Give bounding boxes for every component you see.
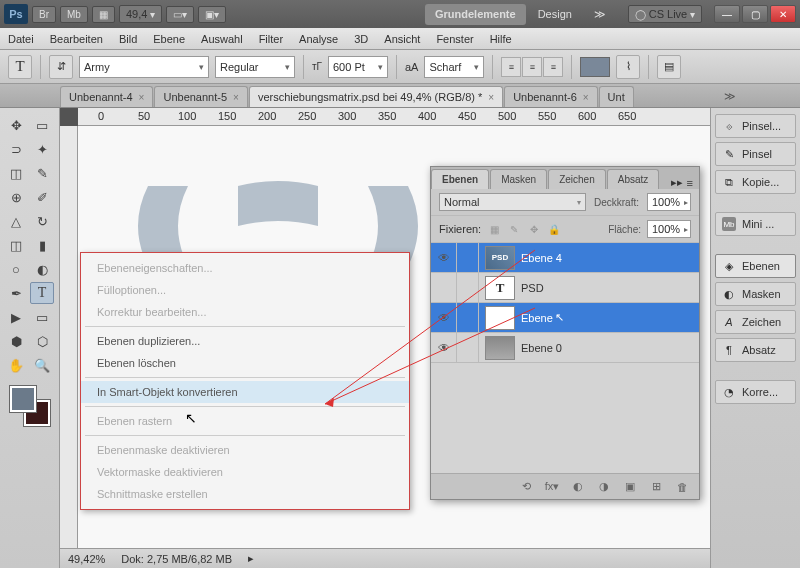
lock-pixels-icon[interactable]: ✎ (507, 222, 521, 236)
pen-tool[interactable]: ✒ (4, 282, 28, 304)
doc-tab-unbenannt-4[interactable]: Unbenannt-4× (60, 86, 153, 107)
font-family-select[interactable]: Army (79, 56, 209, 78)
font-style-select[interactable]: Regular (215, 56, 295, 78)
menu-filter[interactable]: Filter (259, 33, 283, 45)
marquee-tool[interactable]: ▭ (30, 114, 54, 136)
lock-transparency-icon[interactable]: ▦ (487, 222, 501, 236)
status-zoom[interactable]: 49,42% (68, 553, 105, 565)
blur-tool[interactable]: ○ (4, 258, 28, 280)
screen-mode-button[interactable]: ▣▾ (198, 6, 226, 23)
brush-tool[interactable]: ✐ (30, 186, 54, 208)
warp-text-button[interactable]: ⌇ (616, 55, 640, 79)
layer-row[interactable]: 👁 Ebene ↖ (431, 303, 699, 333)
menu-bearbeiten[interactable]: Bearbeiten (50, 33, 103, 45)
ctx-ebenen-duplizieren[interactable]: Ebenen duplizieren... (81, 330, 409, 352)
view-extras-button[interactable]: ▦ (92, 6, 115, 23)
close-button[interactable]: ✕ (770, 5, 796, 23)
panel-kopie[interactable]: ⧉Kopie... (715, 170, 796, 194)
layer-style-icon[interactable]: fx▾ (543, 478, 561, 496)
align-left-button[interactable]: ≡ (501, 57, 521, 77)
layer-name[interactable]: Ebene 4 (521, 252, 562, 264)
shape-tool[interactable]: ▭ (30, 306, 54, 328)
stamp-tool[interactable]: △ (4, 210, 28, 232)
ctx-schnittmaske-erstellen[interactable]: Schnittmaske erstellen (81, 483, 409, 505)
3d-tool[interactable]: ⬢ (4, 330, 28, 352)
ctx-vektormaske-deaktivieren[interactable]: Vektormaske deaktivieren (81, 461, 409, 483)
align-right-button[interactable]: ≡ (543, 57, 563, 77)
opacity-input[interactable]: 100% (647, 193, 691, 211)
menu-ansicht[interactable]: Ansicht (384, 33, 420, 45)
visibility-icon[interactable]: 👁 (438, 311, 450, 325)
tab-ebenen[interactable]: Ebenen (431, 169, 489, 189)
wand-tool[interactable]: ✦ (30, 138, 54, 160)
close-icon[interactable]: × (488, 92, 494, 103)
ctx-ebenenmaske-deaktivieren[interactable]: Ebenenmaske deaktivieren (81, 439, 409, 461)
arrange-button[interactable]: ▭▾ (166, 6, 194, 23)
font-size-select[interactable]: 600 Pt (328, 56, 388, 78)
cslive-button[interactable]: ◯ CS Live ▾ (628, 5, 702, 23)
menu-3d[interactable]: 3D (354, 33, 368, 45)
layer-thumbnail[interactable]: T (485, 276, 515, 300)
fill-input[interactable]: 100% (647, 220, 691, 238)
ruler-horizontal[interactable]: 050100150200250300350400450500550600650 (78, 108, 800, 126)
panel-korrekturen[interactable]: ◔Korre... (715, 380, 796, 404)
panel-zeichen[interactable]: AZeichen (715, 310, 796, 334)
character-panel-button[interactable]: ▤ (657, 55, 681, 79)
workspace-more[interactable]: ≫ (584, 4, 616, 25)
panel-pinsel[interactable]: ✎Pinsel (715, 142, 796, 166)
close-icon[interactable]: × (233, 92, 239, 103)
eyedropper-tool[interactable]: ✎ (30, 162, 54, 184)
delete-layer-icon[interactable]: 🗑 (673, 478, 691, 496)
heal-tool[interactable]: ⊕ (4, 186, 28, 208)
close-icon[interactable]: × (139, 92, 145, 103)
doc-tab-overflow[interactable]: Unt (599, 86, 634, 107)
layer-name[interactable]: Ebene 0 (521, 342, 562, 354)
dodge-tool[interactable]: ◐ (30, 258, 54, 280)
menu-auswahl[interactable]: Auswahl (201, 33, 243, 45)
crop-tool[interactable]: ◫ (4, 162, 28, 184)
panel-absatz[interactable]: ¶Absatz (715, 338, 796, 362)
path-select-tool[interactable]: ▶ (4, 306, 28, 328)
doc-tab-active[interactable]: verschiebungsmatrix.psd bei 49,4% (RGB/8… (249, 86, 503, 107)
minibridge-button[interactable]: Mb (60, 6, 88, 23)
layer-thumbnail[interactable] (485, 336, 515, 360)
layer-row[interactable]: 👁 PSD Ebene 4 (431, 243, 699, 273)
panel-ebenen[interactable]: ◈Ebenen (715, 254, 796, 278)
new-layer-icon[interactable]: ⊞ (647, 478, 665, 496)
new-group-icon[interactable]: ▣ (621, 478, 639, 496)
move-tool[interactable]: ✥ (4, 114, 28, 136)
layer-name[interactable]: Ebene (521, 312, 553, 324)
menu-bild[interactable]: Bild (119, 33, 137, 45)
menu-datei[interactable]: Datei (8, 33, 34, 45)
layer-row[interactable]: T PSD (431, 273, 699, 303)
eraser-tool[interactable]: ◫ (4, 234, 28, 256)
ctx-fuelloptionen[interactable]: Fülloptionen... (81, 279, 409, 301)
lasso-tool[interactable]: ⊃ (4, 138, 28, 160)
status-doc-size[interactable]: Dok: 2,75 MB/6,82 MB (121, 553, 232, 565)
ctx-korrektur-bearbeiten[interactable]: Korrektur bearbeiten... (81, 301, 409, 323)
ctx-ebeneneigenschaften[interactable]: Ebeneneigenschaften... (81, 257, 409, 279)
workspace-design[interactable]: Design (528, 4, 582, 25)
doc-tab-unbenannt-5[interactable]: Unbenannt-5× (154, 86, 247, 107)
tab-masken[interactable]: Masken (490, 169, 547, 189)
workspace-grundelemente[interactable]: Grundelemente (425, 4, 526, 25)
close-icon[interactable]: × (583, 92, 589, 103)
panel-minibridge[interactable]: MbMini ... (715, 212, 796, 236)
hand-tool[interactable]: ✋ (4, 354, 28, 376)
layer-thumbnail[interactable] (485, 306, 515, 330)
status-more-icon[interactable]: ▸ (248, 552, 254, 565)
lock-position-icon[interactable]: ✥ (527, 222, 541, 236)
zoom-tool[interactable]: 🔍 (30, 354, 54, 376)
menu-fenster[interactable]: Fenster (436, 33, 473, 45)
doc-tab-unbenannt-6[interactable]: Unbenannt-6× (504, 86, 597, 107)
adjustment-layer-icon[interactable]: ◑ (595, 478, 613, 496)
color-swatches[interactable] (10, 386, 50, 426)
layer-name[interactable]: PSD (521, 282, 544, 294)
tool-preset-text[interactable]: T (8, 55, 32, 79)
ctx-ebenen-loeschen[interactable]: Ebenen löschen (81, 352, 409, 374)
bridge-button[interactable]: Br (32, 6, 56, 23)
panel-pinsel-preset[interactable]: ⟐Pinsel... (715, 114, 796, 138)
antialias-select[interactable]: Scharf (424, 56, 484, 78)
gradient-tool[interactable]: ▮ (30, 234, 54, 256)
tab-absatz[interactable]: Absatz (607, 169, 660, 189)
